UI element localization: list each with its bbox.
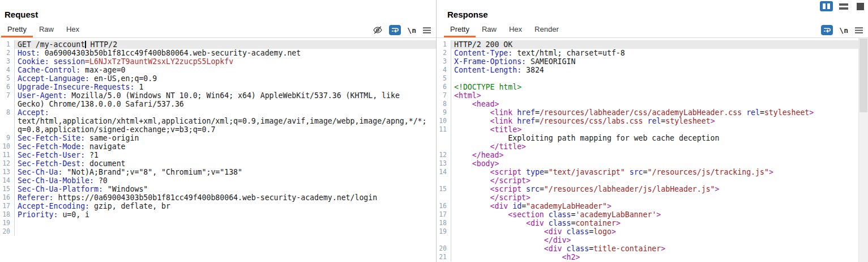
line-number: 13 [437, 159, 451, 168]
hide-nonprinting-icon[interactable] [373, 26, 383, 35]
line-number: 12 [437, 151, 451, 159]
line-number: 3 [437, 57, 451, 66]
line-number: 19 [437, 227, 451, 236]
code-row[interactable]: 9Sec-Fetch-Site: same-origin [0, 134, 436, 142]
code-row[interactable]: </script> [437, 176, 868, 185]
code-row[interactable]: 15Sec-Ch-Ua-Platform: "Windows" [0, 185, 436, 193]
code-row[interactable]: Exploiting path mapping for web cache de… [437, 134, 868, 142]
response-tab-hex[interactable]: Hex [503, 23, 528, 37]
layout-single-button[interactable] [854, 1, 867, 11]
response-panel-title: Response [437, 0, 868, 23]
word-wrap-icon[interactable] [389, 25, 401, 35]
code-row[interactable]: 7User-Agent: Mozilla/5.0 (Windows NT 10.… [0, 91, 436, 100]
code-text: Cookie: session=L6NJxTzT9auntW2sxLY2zucp… [15, 57, 436, 66]
code-text: <!DOCTYPE html> [451, 83, 868, 91]
line-number: 2 [0, 49, 15, 57]
code-row[interactable]: </div> [437, 236, 868, 244]
code-text: <link href=/resources/css/labs.css rel=s… [451, 117, 868, 125]
code-row[interactable]: 5Accept-Language: en-US,en;q=0.9 [0, 74, 436, 83]
code-row[interactable]: 5 [437, 74, 868, 83]
response-scrollbar[interactable] [858, 38, 868, 262]
code-row[interactable]: 4Cache-Control: max-age=0 [0, 66, 436, 74]
code-row[interactable]: 17 <section class='academyLabBanner'> [437, 210, 868, 219]
code-row[interactable]: 19 [0, 219, 436, 227]
response-tab-raw[interactable]: Raw [476, 23, 503, 37]
code-row[interactable]: 13Sec-Ch-Ua: "Not)A;Brand";v="8", "Chrom… [0, 168, 436, 176]
code-row[interactable]: 2Host: 0a69004303b50b1f81cc49f400b80064.… [0, 49, 436, 57]
code-text: <div class=title-container> [451, 244, 868, 253]
code-row[interactable]: 11Sec-Fetch-User: ?1 [0, 151, 436, 159]
layout-columns-button[interactable] [820, 1, 833, 11]
code-row[interactable]: 18 <div class=container> [437, 219, 868, 227]
line-number: 7 [437, 91, 451, 100]
line-number: 8 [437, 100, 451, 108]
request-tab-pretty[interactable]: Pretty [1, 23, 33, 37]
code-text [15, 227, 436, 236]
code-row[interactable]: q=0.8,application/signed-exchange;v=b3;q… [0, 125, 436, 134]
code-row[interactable]: 15 <script src="/resources/labheader/js/… [437, 185, 868, 193]
code-text: Content-Length: 3824 [451, 66, 868, 74]
code-row[interactable]: 6<!DOCTYPE html> [437, 83, 868, 91]
code-row[interactable]: 18Priority: u=0, i [0, 210, 436, 219]
code-row[interactable]: 17Accept-Encoding: gzip, deflate, br [0, 202, 436, 210]
code-row[interactable]: 16Referer: https://0a69004303b50b1f81cc4… [0, 193, 436, 202]
code-row[interactable]: 1HTTP/2 200 OK [437, 40, 868, 49]
scrollbar-thumb[interactable] [860, 39, 867, 112]
code-row[interactable]: 19 <div class=logo> [437, 227, 868, 236]
line-number: 20 [0, 227, 15, 236]
editor-menu-icon[interactable] [422, 27, 431, 34]
code-text: q=0.8,application/signed-exchange;v=b3;q… [15, 125, 436, 134]
code-row[interactable]: 9 <link href=/resources/labheader/css/ac… [437, 108, 868, 117]
word-wrap-icon[interactable] [821, 25, 833, 35]
request-tabs: PrettyRawHex [1, 23, 85, 37]
line-number: 1 [437, 40, 451, 49]
line-number: 10 [437, 117, 451, 125]
code-row[interactable]: 7<html> [437, 91, 868, 100]
code-row[interactable]: 6Upgrade-Insecure-Requests: 1 [0, 83, 436, 91]
newline-icon[interactable]: \n [839, 26, 848, 35]
code-row[interactable]: 8 <head> [437, 100, 868, 108]
repeater-window: Request PrettyRawHex \n 1GET /my-account… [0, 0, 868, 262]
code-row[interactable]: 4Content-Length: 3824 [437, 66, 868, 74]
layout-rows-button[interactable] [837, 1, 850, 11]
code-row[interactable]: 8Accept: [0, 108, 436, 117]
code-row[interactable]: 20 [0, 227, 436, 236]
code-text: Gecko) Chrome/138.0.0.0 Safari/537.36 [15, 100, 436, 108]
code-row[interactable]: 12 </head> [437, 151, 868, 159]
code-row[interactable]: 10Sec-Fetch-Mode: navigate [0, 142, 436, 151]
line-number: 8 [0, 108, 15, 117]
request-tab-hex[interactable]: Hex [60, 23, 85, 37]
code-row[interactable]: 14Sec-Ch-Ua-Mobile: ?0 [0, 176, 436, 185]
code-row[interactable]: 14 <script type="text/javascript" src="/… [437, 168, 868, 176]
code-row[interactable]: 11 <title> [437, 125, 868, 134]
line-number: 10 [0, 142, 15, 151]
line-number: 5 [437, 74, 451, 83]
code-row[interactable]: 3Cookie: session=L6NJxTzT9auntW2sxLY2zuc… [0, 57, 436, 66]
code-text: User-Agent: Mozilla/5.0 (Windows NT 10.0… [15, 91, 436, 100]
line-number: 17 [0, 202, 15, 210]
response-tab-pretty[interactable]: Pretty [444, 23, 476, 37]
code-row[interactable]: 2Content-Type: text/html; charset=utf-8 [437, 49, 868, 57]
code-row[interactable]: 12Sec-Fetch-Dest: document [0, 159, 436, 168]
request-tabbar: PrettyRawHex \n [0, 23, 436, 38]
code-text: Sec-Fetch-Site: same-origin [15, 134, 436, 142]
code-row[interactable]: </title> [437, 142, 868, 151]
response-tab-render[interactable]: Render [528, 23, 565, 37]
code-row[interactable]: </script> [437, 193, 868, 202]
line-number: 9 [437, 108, 451, 117]
code-row[interactable]: 3X-Frame-Options: SAMEORIGIN [437, 57, 868, 66]
editor-menu-icon[interactable] [854, 27, 863, 34]
code-row[interactable]: 13 <body> [437, 159, 868, 168]
code-text: Sec-Ch-Ua: "Not)A;Brand";v="8", "Chromiu… [15, 168, 436, 176]
response-editor[interactable]: 1HTTP/2 200 OK2Content-Type: text/html; … [437, 38, 868, 262]
code-row[interactable]: Gecko) Chrome/138.0.0.0 Safari/537.36 [0, 100, 436, 108]
request-editor[interactable]: 1GET /my-account HTTP/22Host: 0a69004303… [0, 38, 436, 262]
code-row[interactable]: text/html,application/xhtml+xml,applicat… [0, 117, 436, 125]
code-row[interactable]: 16 <div id="academyLabHeader"> [437, 202, 868, 210]
code-row[interactable]: 20 <div class=title-container> [437, 244, 868, 253]
request-tab-raw[interactable]: Raw [33, 23, 60, 37]
code-row[interactable]: 21 <h2> [437, 253, 868, 261]
newline-icon[interactable]: \n [407, 26, 416, 35]
code-row[interactable]: 10 <link href=/resources/css/labs.css re… [437, 117, 868, 125]
code-row[interactable]: 1GET /my-account HTTP/2 [0, 40, 436, 49]
